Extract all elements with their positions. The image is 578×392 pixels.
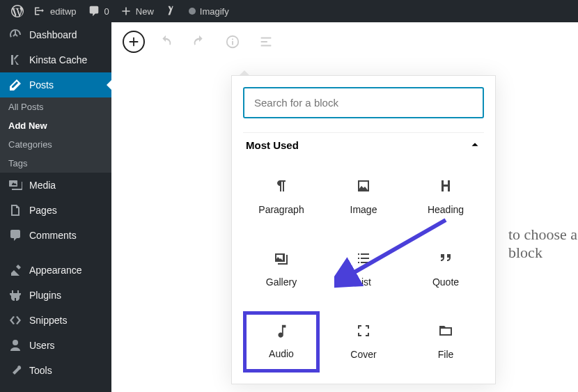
sidebar-item-comments[interactable]: Comments <box>0 223 111 248</box>
sidebar-item-posts[interactable]: Posts <box>0 72 111 97</box>
new-label: New <box>136 6 154 17</box>
sidebar-item-kinsta[interactable]: Kinsta Cache <box>0 47 111 72</box>
block-paragraph[interactable]: Paragraph <box>243 166 320 228</box>
sidebar-subitem-add-new[interactable]: Add New <box>0 116 111 135</box>
search-input[interactable] <box>243 87 484 118</box>
sidebar-subitem-all-posts[interactable]: All Posts <box>0 97 111 116</box>
block-image[interactable]: Image <box>325 166 402 228</box>
info-button[interactable] <box>220 29 245 54</box>
placeholder-hint: to choose a block <box>508 226 578 262</box>
yoast-link[interactable] <box>159 5 183 17</box>
new-link[interactable]: New <box>115 6 159 17</box>
comments-count: 0 <box>104 6 109 17</box>
block-gallery[interactable]: Gallery <box>243 239 320 300</box>
admin-sidebar: Dashboard Kinsta Cache Posts All Posts A… <box>0 22 111 392</box>
imagify-icon <box>189 8 196 15</box>
sidebar-subitem-tags[interactable]: Tags <box>0 154 111 173</box>
sidebar-item-tools[interactable]: Tools <box>0 358 111 383</box>
block-heading[interactable]: Heading <box>407 166 484 228</box>
block-grid: Paragraph Image Heading Gallery List Quo… <box>243 166 484 373</box>
sidebar-item-appearance[interactable]: Appearance <box>0 258 111 283</box>
redo-button[interactable] <box>187 29 212 54</box>
block-list[interactable]: List <box>325 239 402 300</box>
site-name: editwp <box>50 6 77 17</box>
editor-toolbar <box>111 22 578 61</box>
block-audio[interactable]: Audio <box>243 311 320 373</box>
block-cover[interactable]: Cover <box>325 311 402 373</box>
undo-button[interactable] <box>153 29 178 54</box>
outline-button[interactable] <box>253 29 279 54</box>
sidebar-subitem-categories[interactable]: Categories <box>0 135 111 154</box>
sidebar-item-plugins[interactable]: Plugins <box>0 283 111 308</box>
admin-topbar: editwp 0 New Imagify <box>0 0 578 22</box>
section-most-used[interactable]: Most Used <box>243 132 484 157</box>
sidebar-item-users[interactable]: Users <box>0 333 111 358</box>
imagify-link[interactable]: Imagify <box>183 6 235 17</box>
sidebar-item-media[interactable]: Media <box>0 173 111 198</box>
add-block-button[interactable] <box>123 31 145 53</box>
sidebar-item-dashboard[interactable]: Dashboard <box>0 22 111 47</box>
comments-link[interactable]: 0 <box>82 5 115 17</box>
sidebar-item-pages[interactable]: Pages <box>0 198 111 223</box>
chevron-up-icon <box>469 139 481 151</box>
block-quote[interactable]: Quote <box>407 239 484 300</box>
site-link[interactable]: editwp <box>29 6 82 17</box>
imagify-label: Imagify <box>200 6 229 17</box>
sidebar-item-snippets[interactable]: Snippets <box>0 308 111 333</box>
editor-content: Most Used Paragraph Image Heading Galler… <box>111 22 578 392</box>
block-file[interactable]: File <box>407 311 484 373</box>
block-inserter-popover: Most Used Paragraph Image Heading Galler… <box>231 75 496 384</box>
wp-logo[interactable] <box>6 5 29 17</box>
